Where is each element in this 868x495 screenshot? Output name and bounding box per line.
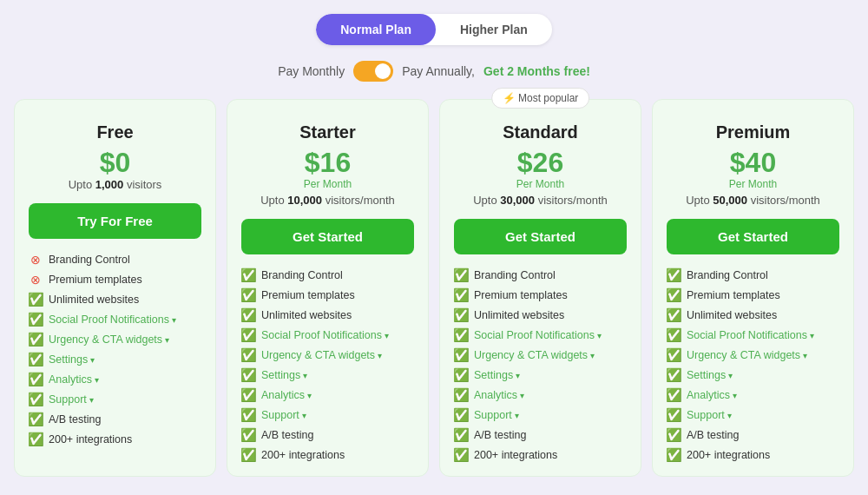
check-icon: ✅: [454, 368, 468, 382]
list-item: ✅200+ integrations: [454, 448, 627, 462]
feature-text: Unlimited websites: [261, 309, 352, 321]
feature-link[interactable]: Settings ▾: [49, 353, 95, 366]
list-item: ✅A/B testing: [241, 428, 414, 442]
features-list: ✅Branding Control✅Premium templates✅Unli…: [454, 268, 627, 462]
feature-link[interactable]: Social Proof Notifications ▾: [687, 329, 814, 341]
feature-link[interactable]: Settings ▾: [261, 369, 307, 381]
pricing-cards: Free$0Upto 1,000 visitorsTry For Free⊗Br…: [14, 99, 854, 477]
feature-link[interactable]: Social Proof Notifications ▾: [474, 329, 602, 341]
x-icon: ⊗: [29, 253, 43, 267]
check-icon: ✅: [667, 308, 681, 322]
check-icon: ✅: [454, 428, 468, 442]
check-icon: ✅: [667, 348, 681, 362]
check-icon: ✅: [667, 428, 681, 442]
list-item: ✅Unlimited websites: [454, 308, 627, 322]
feature-link[interactable]: Urgency & CTA widgets ▾: [474, 349, 595, 361]
check-icon: ✅: [241, 308, 255, 322]
list-item: ⊗Premium templates: [29, 273, 201, 287]
feature-text: Premium templates: [49, 274, 142, 286]
feature-link[interactable]: Urgency & CTA widgets ▾: [687, 349, 807, 361]
plan-name: Premium: [667, 122, 839, 142]
list-item: ✅Support ▾: [29, 393, 201, 406]
list-item: ✅Unlimited websites: [667, 308, 839, 322]
list-item: ✅Settings ▾: [29, 353, 201, 366]
billing-free-label: Get 2 Months free!: [483, 64, 590, 78]
check-icon: ✅: [454, 348, 468, 362]
check-icon: ✅: [667, 408, 681, 422]
feature-link[interactable]: Support ▾: [474, 409, 519, 421]
cta-button[interactable]: Get Started: [454, 219, 627, 254]
list-item: ✅A/B testing: [667, 428, 839, 442]
feature-text: A/B testing: [261, 429, 313, 441]
plan-price: $0: [29, 148, 201, 178]
check-icon: ✅: [241, 388, 255, 402]
chevron-icon: ▾: [733, 391, 737, 400]
feature-text: Branding Control: [474, 269, 556, 281]
visitors-label: Upto 1,000 visitors: [29, 178, 201, 191]
plan-price: $26: [454, 148, 627, 178]
check-icon: ✅: [667, 448, 681, 462]
feature-link[interactable]: Support ▾: [261, 409, 306, 421]
visitors-label: Upto 10,000 visitors/month: [241, 194, 414, 207]
cta-button[interactable]: Get Started: [667, 219, 839, 254]
list-item: ✅Premium templates: [667, 288, 839, 302]
feature-link[interactable]: Analytics ▾: [687, 389, 737, 401]
check-icon: ✅: [241, 408, 255, 422]
higher-plan-tab[interactable]: Higher Plan: [436, 14, 552, 45]
feature-link[interactable]: Urgency & CTA widgets ▾: [261, 349, 382, 361]
chevron-icon: ▾: [165, 335, 169, 345]
feature-link[interactable]: Social Proof Notifications ▾: [49, 314, 176, 326]
check-icon: ✅: [241, 428, 255, 442]
feature-link[interactable]: Support ▾: [687, 409, 732, 421]
list-item: ⊗Branding Control: [29, 253, 201, 267]
cta-button[interactable]: Get Started: [241, 219, 414, 254]
feature-text: 200+ integrations: [687, 449, 770, 461]
feature-link[interactable]: Analytics ▾: [474, 389, 524, 401]
features-list: ⊗Branding Control⊗Premium templates✅Unli…: [29, 253, 201, 446]
billing-toggle[interactable]: [353, 61, 393, 82]
list-item: ✅Settings ▾: [454, 368, 627, 382]
list-item: ✅Settings ▾: [667, 368, 839, 382]
check-icon: ✅: [667, 388, 681, 402]
feature-text: Unlimited websites: [49, 294, 139, 306]
visitors-label: Upto 50,000 visitors/month: [667, 194, 839, 207]
chevron-icon: ▾: [307, 391, 312, 400]
check-icon: ✅: [667, 368, 681, 382]
plan-card-starter: Starter$16Per MonthUpto 10,000 visitors/…: [227, 99, 429, 477]
list-item: ✅A/B testing: [29, 412, 201, 426]
chevron-icon: ▾: [520, 391, 524, 400]
feature-link[interactable]: Support ▾: [49, 393, 94, 406]
chevron-icon: ▾: [90, 355, 95, 365]
list-item: ✅Branding Control: [667, 268, 839, 282]
feature-link[interactable]: Analytics ▾: [49, 373, 99, 386]
popular-badge: ⚡ Most popular: [491, 88, 590, 109]
check-icon: ✅: [667, 288, 681, 302]
cta-button[interactable]: Try For Free: [29, 203, 201, 239]
plan-price: $40: [667, 148, 839, 178]
feature-link[interactable]: Urgency & CTA widgets ▾: [49, 333, 169, 346]
feature-link[interactable]: Settings ▾: [687, 369, 733, 381]
feature-link[interactable]: Social Proof Notifications ▾: [261, 329, 389, 341]
chevron-icon: ▾: [95, 375, 99, 385]
list-item: ✅A/B testing: [454, 428, 627, 442]
features-list: ✅Branding Control✅Premium templates✅Unli…: [241, 268, 414, 462]
feature-text: Premium templates: [474, 289, 568, 301]
check-icon: ✅: [29, 293, 43, 307]
normal-plan-tab[interactable]: Normal Plan: [316, 14, 436, 45]
chevron-icon: ▾: [597, 331, 602, 340]
x-icon: ⊗: [29, 273, 43, 287]
feature-text: Premium templates: [261, 289, 355, 301]
check-icon: ✅: [29, 313, 43, 327]
list-item: ✅200+ integrations: [29, 432, 201, 446]
list-item: ✅Social Proof Notifications ▾: [454, 328, 627, 342]
list-item: ✅Premium templates: [241, 288, 414, 302]
plan-name: Starter: [241, 122, 414, 142]
feature-link[interactable]: Settings ▾: [474, 369, 520, 381]
plan-name: Standard: [454, 122, 627, 142]
feature-text: A/B testing: [474, 429, 526, 441]
check-icon: ✅: [454, 448, 468, 462]
features-list: ✅Branding Control✅Premium templates✅Unli…: [667, 268, 839, 462]
list-item: ✅Branding Control: [241, 268, 414, 282]
check-icon: ✅: [29, 412, 43, 426]
feature-link[interactable]: Analytics ▾: [261, 389, 312, 401]
